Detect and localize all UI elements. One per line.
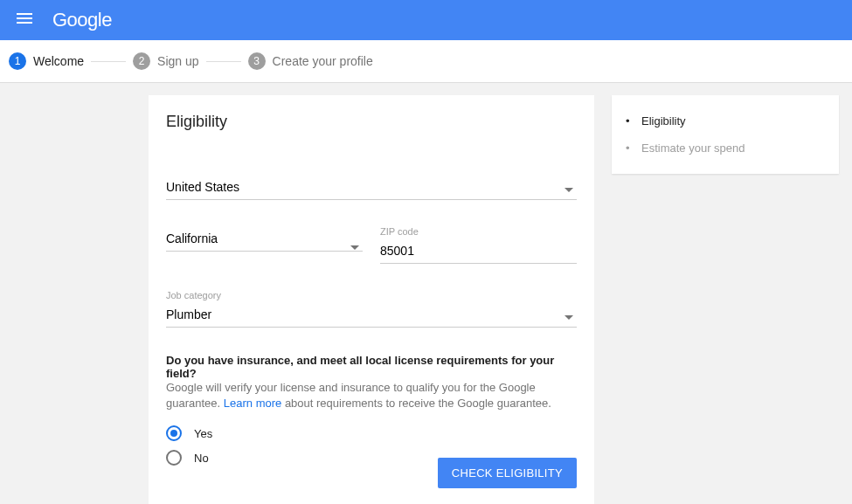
country-value[interactable] [166, 175, 577, 200]
step-profile[interactable]: 3 Create your profile [248, 52, 373, 70]
card-title: Eligibility [166, 113, 577, 131]
jobcat-value[interactable] [166, 302, 577, 328]
step-number: 3 [248, 52, 266, 70]
sidebar-item-eligibility[interactable]: Eligibility [626, 107, 825, 135]
jobcat-select[interactable] [166, 302, 577, 328]
zip-field: ZIP code [380, 226, 577, 264]
step-number: 1 [9, 52, 26, 70]
state-select[interactable] [166, 226, 363, 264]
step-divider [206, 61, 241, 62]
desc-post: about requirements to receive the Google… [281, 397, 551, 410]
hamburger-icon[interactable] [14, 8, 35, 32]
google-logo: Google [52, 9, 112, 31]
radio-icon [166, 450, 182, 466]
sidebar: Eligibility Estimate your spend [612, 95, 839, 174]
learn-more-link[interactable]: Learn more [224, 397, 281, 410]
jobcat-field: Job category [166, 290, 577, 328]
radio-yes-label: Yes [194, 427, 212, 440]
radio-icon [166, 425, 182, 441]
insurance-desc: Google will verify your license and insu… [166, 380, 577, 411]
check-eligibility-button[interactable]: CHECK ELIGIBILITY [438, 458, 577, 488]
state-value[interactable] [166, 226, 363, 252]
step-signup[interactable]: 2 Sign up [133, 52, 198, 70]
jobcat-label: Job category [166, 290, 577, 300]
country-select[interactable] [166, 175, 577, 200]
zip-input[interactable] [380, 238, 577, 264]
step-label: Sign up [157, 54, 198, 68]
sidebar-item-estimate[interactable]: Estimate your spend [626, 135, 825, 162]
step-label: Create your profile [273, 54, 373, 68]
step-number: 2 [133, 52, 150, 70]
eligibility-card: Eligibility ZIP code Job category [149, 95, 594, 504]
zip-label: ZIP code [380, 226, 577, 237]
content: Eligibility ZIP code Job category [0, 83, 852, 504]
topbar: Google [0, 0, 852, 40]
step-welcome[interactable]: 1 Welcome [9, 52, 84, 70]
stepper: 1 Welcome 2 Sign up 3 Create your profil… [0, 40, 852, 83]
radio-no-label: No [194, 452, 209, 465]
insurance-question: Do you have insurance, and meet all loca… [166, 354, 577, 380]
step-label: Welcome [33, 54, 84, 68]
step-divider [91, 61, 126, 62]
radio-yes[interactable]: Yes [166, 425, 577, 441]
